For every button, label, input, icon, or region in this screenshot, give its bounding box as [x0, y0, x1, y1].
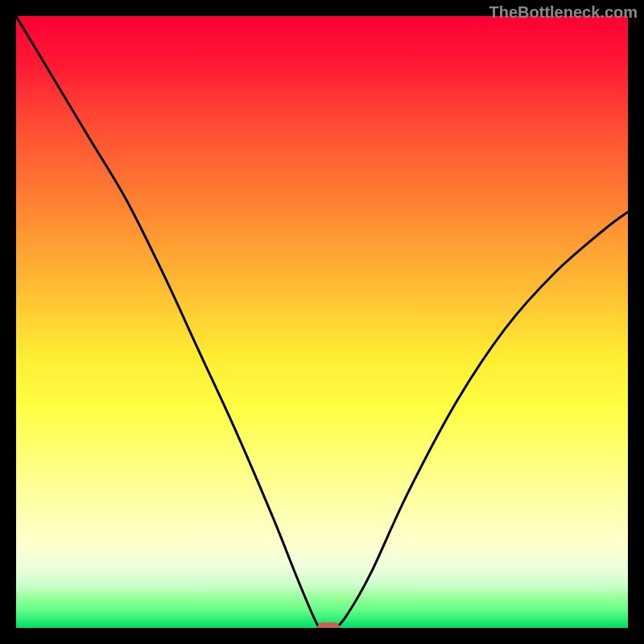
plot-area: [16, 16, 628, 628]
watermark-text: TheBottleneck.com: [489, 3, 638, 22]
chart-frame: TheBottleneck.com: [0, 0, 644, 644]
optimum-marker: [317, 622, 340, 628]
curve-svg: [16, 16, 628, 628]
bottleneck-curve: [16, 16, 628, 628]
